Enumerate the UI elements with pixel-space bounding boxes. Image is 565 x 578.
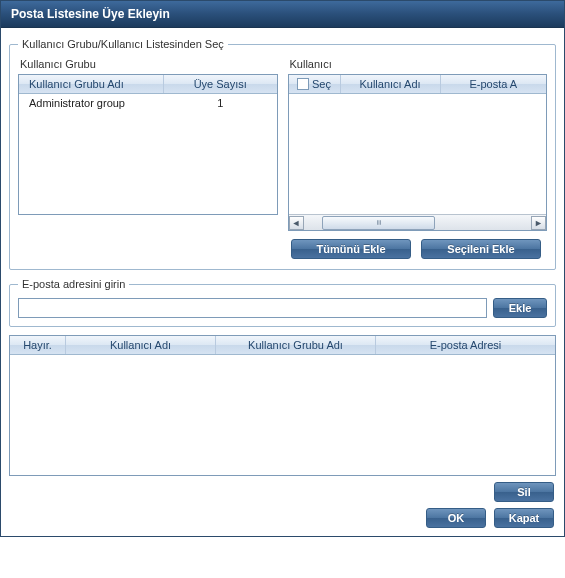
scroll-right-icon[interactable]: ► bbox=[531, 216, 546, 230]
scroll-thumb[interactable] bbox=[322, 216, 436, 230]
user-grid-hscroll[interactable]: ◄ ► bbox=[289, 214, 547, 230]
group-row-count: 1 bbox=[164, 94, 277, 112]
footer-row-2: OK Kapat bbox=[9, 508, 554, 528]
group-grid-body[interactable]: Administrator group 1 bbox=[19, 94, 277, 214]
add-buttons-row: Tümünü Ekle Seçileni Ekle bbox=[18, 239, 545, 259]
result-col-user[interactable]: Kullanıcı Adı bbox=[66, 336, 216, 354]
group-grid: Kullanıcı Grubu Adı Üye Sayısı Administr… bbox=[18, 74, 278, 215]
user-grid-head: Seç Kullanıcı Adı E-posta A bbox=[289, 75, 547, 94]
result-grid: Hayır. Kullanıcı Adı Kullanıcı Grubu Adı… bbox=[9, 335, 556, 476]
result-grid-body[interactable] bbox=[10, 355, 555, 475]
ok-button[interactable]: OK bbox=[426, 508, 486, 528]
dialog-title: Posta Listesine Üye Ekleyin bbox=[1, 1, 564, 28]
close-button[interactable]: Kapat bbox=[494, 508, 554, 528]
user-col-name[interactable]: Kullanıcı Adı bbox=[341, 75, 441, 93]
user-grid-body[interactable] bbox=[289, 94, 547, 214]
select-from-list-legend: Kullanıcı Grubu/Kullanıcı Listesinden Se… bbox=[18, 38, 228, 50]
email-input[interactable] bbox=[18, 298, 487, 318]
user-grid: Seç Kullanıcı Adı E-posta A ◄ ► bbox=[288, 74, 548, 231]
user-column: Kullanıcı Seç Kullanıcı Adı E-posta A bbox=[288, 56, 548, 231]
footer-row-1: Sil bbox=[9, 482, 554, 502]
select-two-col: Kullanıcı Grubu Kullanıcı Grubu Adı Üye … bbox=[18, 56, 547, 231]
group-grid-head: Kullanıcı Grubu Adı Üye Sayısı bbox=[19, 75, 277, 94]
group-col-count[interactable]: Üye Sayısı bbox=[164, 75, 277, 93]
dialog-content: Kullanıcı Grubu/Kullanıcı Listesinden Se… bbox=[1, 28, 564, 536]
group-column: Kullanıcı Grubu Kullanıcı Grubu Adı Üye … bbox=[18, 56, 278, 231]
group-label: Kullanıcı Grubu bbox=[20, 58, 278, 70]
result-col-group[interactable]: Kullanıcı Grubu Adı bbox=[216, 336, 376, 354]
select-from-list-fieldset: Kullanıcı Grubu/Kullanıcı Listesinden Se… bbox=[9, 38, 556, 270]
group-col-name[interactable]: Kullanıcı Grubu Adı bbox=[19, 75, 164, 93]
add-selected-button[interactable]: Seçileni Ekle bbox=[421, 239, 541, 259]
delete-button[interactable]: Sil bbox=[494, 482, 554, 502]
group-row-name: Administrator group bbox=[19, 94, 164, 112]
add-all-button[interactable]: Tümünü Ekle bbox=[291, 239, 411, 259]
select-all-checkbox[interactable] bbox=[297, 78, 309, 90]
result-col-no[interactable]: Hayır. bbox=[10, 336, 66, 354]
email-add-button[interactable]: Ekle bbox=[493, 298, 547, 318]
email-entry-fieldset: E-posta adresini girin Ekle bbox=[9, 278, 556, 327]
table-row[interactable]: Administrator group 1 bbox=[19, 94, 277, 112]
result-grid-head: Hayır. Kullanıcı Adı Kullanıcı Grubu Adı… bbox=[10, 336, 555, 355]
result-col-email[interactable]: E-posta Adresi bbox=[376, 336, 555, 354]
dialog: Posta Listesine Üye Ekleyin Kullanıcı Gr… bbox=[0, 0, 565, 537]
email-row: Ekle bbox=[18, 298, 547, 318]
user-label: Kullanıcı bbox=[290, 58, 548, 70]
scroll-track[interactable] bbox=[304, 216, 532, 230]
scroll-left-icon[interactable]: ◄ bbox=[289, 216, 304, 230]
user-col-email[interactable]: E-posta A bbox=[441, 75, 547, 93]
email-entry-legend: E-posta adresini girin bbox=[18, 278, 129, 290]
user-col-select[interactable]: Seç bbox=[289, 75, 341, 93]
user-col-select-label: Seç bbox=[312, 78, 331, 90]
